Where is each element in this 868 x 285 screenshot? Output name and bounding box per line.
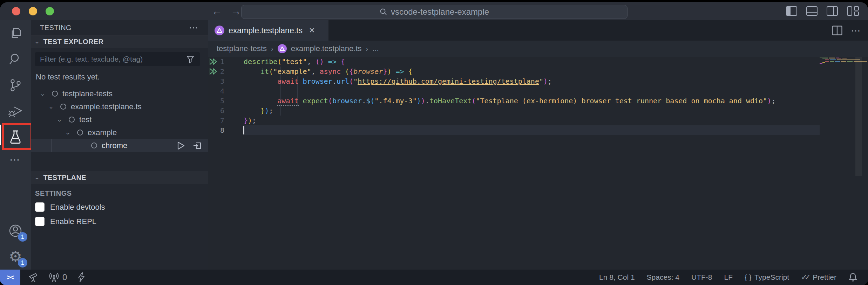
test-filter-input[interactable]: Filter (e.g. text, !exclude, @tag) (35, 52, 200, 66)
remote-indicator[interactable]: >< (0, 270, 20, 285)
line-number: 8 (208, 125, 224, 135)
code-text: await browser.url("https://github.com/ge… (244, 76, 552, 86)
breadcrumb-symbol[interactable]: ... (372, 44, 379, 53)
search-icon (8, 51, 23, 67)
encoding-button[interactable]: UTF-8 (691, 273, 712, 281)
tab-label: example.testplane.ts (229, 26, 303, 35)
close-tab-icon[interactable]: ✕ (309, 26, 315, 35)
goto-test-icon[interactable] (193, 141, 202, 150)
code-line-6[interactable]: 6 }); (208, 106, 868, 116)
additional-views-button[interactable]: ⋯ (0, 150, 31, 169)
code-line-3[interactable]: 3 await browser.url("https://github.com/… (208, 76, 868, 86)
customize-layout-icon[interactable] (847, 6, 859, 16)
settings-button[interactable]: ⚙ 1 (0, 244, 31, 270)
code-line-1[interactable]: 1describe("test", () => { (208, 57, 868, 67)
tree-item-test[interactable]: ⌄test (31, 113, 208, 126)
sidebar-item-run-debug[interactable] (0, 98, 31, 124)
notifications-button[interactable] (848, 272, 857, 282)
breadcrumb[interactable]: testplane-tests › example.testplane.ts ›… (208, 41, 868, 57)
sidebar-title: TESTING (40, 24, 72, 32)
command-center-search[interactable]: vscode-testplane-example (241, 5, 628, 19)
accounts-button[interactable]: 1 (0, 218, 31, 244)
sidebar-item-testing[interactable] (0, 124, 31, 150)
chevron-down-icon: ⌄ (34, 39, 40, 45)
editor-group: example.testplane.ts ✕ ⋯ testplane-tests… (208, 20, 868, 270)
toggle-secondary-sidebar-icon[interactable] (827, 6, 838, 16)
back-button[interactable]: ← (212, 5, 222, 17)
code-text: it("example", async ({browser}) => { (244, 67, 413, 76)
indentation-button[interactable]: Spaces: 4 (647, 273, 679, 281)
eol-button[interactable]: LF (724, 273, 733, 281)
minimap-line (819, 64, 862, 65)
ports-indicator[interactable]: 0 (48, 272, 67, 283)
test-state-circle-icon (77, 130, 83, 135)
chevron-down-icon[interactable]: ⌄ (65, 130, 70, 136)
tree-item-chrome[interactable]: chrome (31, 139, 208, 152)
enable-repl-row: Enable REPL (35, 217, 208, 226)
enable-repl-label: Enable REPL (50, 217, 96, 226)
title-bar: ← → vscode-testplane-example (0, 2, 868, 20)
testplane-title: TESTPLANE (43, 174, 86, 182)
testplane-file-icon (215, 26, 224, 35)
test-explorer-section-header[interactable]: ⌄ TEST EXPLORER (31, 35, 208, 48)
sidebar-item-source-control[interactable] (0, 72, 31, 98)
enable-devtools-checkbox[interactable] (35, 202, 45, 212)
code-line-2[interactable]: 2 it("example", async ({browser}) => { (208, 67, 868, 76)
more-icon: ⋯ (9, 153, 21, 166)
enable-repl-checkbox[interactable] (35, 217, 45, 226)
search-icon (380, 8, 387, 16)
settings-subheading: SETTINGS (35, 189, 208, 197)
sidebar-more-actions-button[interactable]: ⋯ (189, 22, 199, 33)
line-number: 3 (208, 76, 224, 86)
sidebar-item-search[interactable] (0, 46, 31, 72)
forward-button[interactable]: → (231, 5, 241, 17)
breadcrumb-folder[interactable]: testplane-tests (217, 44, 267, 53)
tutorial-highlight-box (2, 123, 32, 150)
breadcrumb-file[interactable]: example.testplane.ts (291, 44, 362, 53)
code-line-4[interactable]: 4 (208, 86, 868, 96)
language-mode-button[interactable]: { } TypeScript (745, 273, 789, 281)
tree-item-testplane-tests[interactable]: ⌄testplane-tests (31, 87, 208, 100)
explorer-icon (8, 26, 23, 41)
code-text: }); (244, 116, 256, 125)
tree-item-label: example (88, 128, 117, 137)
chevron-down-icon[interactable]: ⌄ (48, 104, 54, 110)
minimap[interactable] (819, 57, 862, 270)
code-text: await expect(browser.$(".f4.my-3")).toHa… (244, 96, 775, 106)
enable-devtools-row: Enable devtools (35, 202, 208, 212)
scrollbar[interactable] (855, 57, 862, 176)
tab-example-testplane-ts[interactable]: example.testplane.ts ✕ (208, 20, 328, 41)
formatter-button[interactable]: ✓✓ Prettier (801, 273, 836, 281)
lightning-button[interactable] (77, 272, 86, 283)
close-window-button[interactable] (12, 7, 20, 15)
line-number: 5 (208, 96, 224, 106)
test-tree: ⌄testplane-tests⌄example.testplane.ts⌄te… (31, 87, 208, 152)
test-state-circle-icon (52, 91, 58, 97)
status-bar: >< 0 (0, 270, 868, 285)
tree-item-example[interactable]: ⌄example (31, 126, 208, 139)
code-line-8[interactable]: 8 (208, 125, 868, 135)
cursor-position-button[interactable]: Ln 8, Col 1 (599, 273, 635, 281)
toggle-panel-icon[interactable] (806, 6, 818, 16)
sidebar-item-explorer[interactable] (0, 20, 31, 46)
testplane-section-header[interactable]: ⌄ TESTPLANE (31, 171, 208, 184)
telescope-button[interactable] (28, 272, 39, 283)
testplane-file-icon (278, 44, 287, 53)
minimize-window-button[interactable] (29, 7, 37, 15)
chevron-down-icon[interactable]: ⌄ (57, 117, 62, 123)
ports-count: 0 (62, 272, 67, 282)
code-editor[interactable]: 1describe("test", () => {2 it("example",… (208, 57, 868, 270)
zoom-window-button[interactable] (46, 7, 54, 15)
remote-icon: >< (7, 273, 13, 281)
code-line-7[interactable]: 7}); (208, 116, 868, 125)
code-text: }); (244, 106, 273, 116)
toggle-primary-sidebar-icon[interactable] (786, 6, 797, 16)
run-test-icon[interactable] (177, 141, 185, 150)
filter-funnel-icon[interactable] (186, 55, 195, 64)
tree-item-example.testplane.ts[interactable]: ⌄example.testplane.ts (31, 100, 208, 113)
editor-more-actions-icon[interactable]: ⋯ (851, 25, 862, 36)
test-state-circle-icon (91, 142, 97, 148)
chevron-down-icon[interactable]: ⌄ (40, 91, 45, 97)
split-editor-icon[interactable] (832, 26, 842, 35)
code-line-5[interactable]: 5 await expect(browser.$(".f4.my-3")).to… (208, 96, 868, 106)
